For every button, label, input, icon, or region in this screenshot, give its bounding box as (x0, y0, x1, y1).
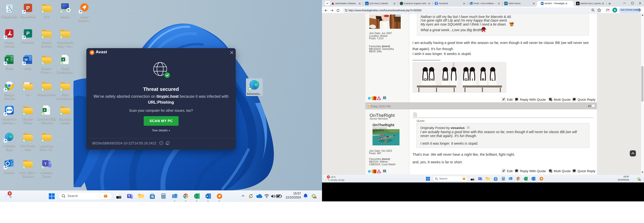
svg-text:+: + (550, 170, 552, 173)
svg-text:L: L (492, 77, 494, 82)
svg-text:PRE: PRE (313, 197, 316, 198)
svg-text:X: X (44, 109, 46, 112)
svg-text:H: H (430, 77, 433, 82)
svg-text:O: O (424, 77, 427, 82)
svg-text:W: W (532, 178, 534, 179)
svg-text:+: + (550, 99, 552, 101)
svg-text:S: S (577, 2, 579, 5)
svg-text:T: T (44, 162, 46, 166)
svg-text:P: P (26, 5, 30, 11)
svg-text:P: P (26, 31, 30, 36)
svg-text:X: X (195, 195, 197, 197)
svg-text:M: M (444, 77, 447, 82)
svg-text:G: G (464, 77, 468, 82)
svg-text:I: I (472, 77, 473, 82)
svg-text:R: R (482, 77, 484, 82)
svg-text:W: W (206, 195, 208, 197)
svg-text:PRE: PRE (638, 179, 641, 181)
svg-text:W: W (24, 58, 28, 62)
svg-text:X: X (6, 58, 8, 62)
svg-text:X: X (62, 58, 64, 61)
svg-text:in: in (366, 3, 368, 5)
